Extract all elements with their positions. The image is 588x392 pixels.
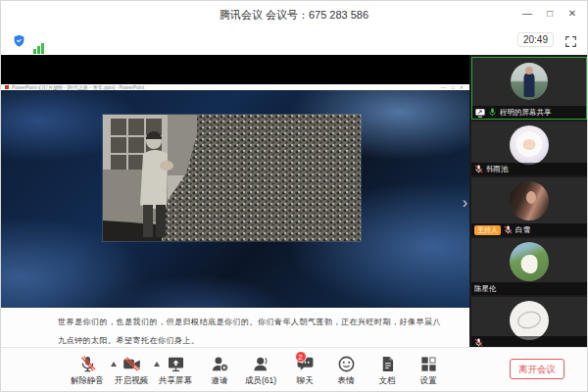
sidebar-expand-chevron-icon[interactable]: › bbox=[463, 195, 467, 211]
chat-icon: 2 bbox=[296, 354, 315, 373]
close-icon[interactable]: ✕ bbox=[565, 8, 579, 19]
chat-unread-badge: 2 bbox=[295, 351, 307, 363]
members-label: 成员(61) bbox=[245, 375, 276, 387]
participant-tile[interactable]: 韩雨池 bbox=[471, 122, 587, 175]
mic-on-icon bbox=[488, 108, 497, 117]
invite-icon bbox=[211, 354, 229, 373]
slide-quote-line2: 九点钟的太阳。希望寄托在你们身上。 bbox=[58, 335, 456, 346]
participant-label: 主持人 白雪 bbox=[471, 223, 587, 236]
powerpoint-icon bbox=[5, 85, 9, 89]
participant-label: 韩雨池 bbox=[471, 163, 587, 175]
document-icon bbox=[378, 354, 397, 373]
emoji-label: 表情 bbox=[338, 375, 355, 387]
meeting-time: 20:49 bbox=[517, 32, 554, 47]
share-screen-button[interactable]: 共享屏幕 bbox=[151, 354, 200, 390]
emoji-icon bbox=[337, 354, 356, 373]
participant-name: 程明的屏幕共享 bbox=[500, 108, 552, 118]
avatar bbox=[510, 181, 549, 220]
members-icon bbox=[252, 354, 270, 373]
start-video-label: 开启视频 bbox=[115, 375, 148, 387]
maximize-icon[interactable]: □ bbox=[543, 8, 557, 19]
mic-muted-icon bbox=[474, 338, 483, 347]
leave-meeting-button[interactable]: 离开会议 bbox=[510, 359, 564, 379]
share-screen-label: 共享屏幕 bbox=[159, 375, 192, 387]
meeting-toolbar: 解除静音 开启视频 共享屏幕 邀请 成员(61) bbox=[1, 347, 587, 391]
unmute-button[interactable]: 解除静音 bbox=[63, 354, 112, 390]
invite-label: 邀请 bbox=[212, 375, 228, 387]
network-signal-icon[interactable] bbox=[33, 36, 49, 48]
participant-tile[interactable] bbox=[471, 297, 587, 349]
mic-muted-icon bbox=[78, 354, 97, 373]
slide-quote-line1: 世界是你们的，也是我们的，但是归根结底是你们的。你们青年人朝气蓬勃，正在兴旺时期… bbox=[58, 317, 456, 327]
window-titlebar: 腾讯会议 会议号：675 283 586 — □ ✕ bbox=[1, 1, 587, 28]
settings-icon bbox=[419, 354, 438, 373]
avatar bbox=[511, 63, 548, 100]
members-button[interactable]: 成员(61) bbox=[236, 354, 285, 390]
meeting-status-bar: 20:49 bbox=[1, 28, 587, 55]
docs-label: 文档 bbox=[379, 375, 396, 387]
presentation-slide bbox=[1, 90, 469, 308]
participant-label: 程明的屏幕共享 bbox=[472, 106, 586, 119]
minimize-icon[interactable]: — bbox=[520, 8, 534, 19]
mic-muted-icon bbox=[504, 225, 513, 234]
participant-tile[interactable]: 陈星伦 bbox=[471, 238, 587, 295]
participant-tile-host[interactable]: 主持人 白雪 bbox=[471, 177, 587, 236]
participant-label: 陈星伦 bbox=[471, 282, 587, 295]
participant-name: 韩雨池 bbox=[486, 165, 509, 174]
chat-label: 聊天 bbox=[297, 375, 314, 387]
avatar bbox=[510, 125, 549, 165]
window-title: 腾讯会议 会议号：675 283 586 bbox=[1, 8, 587, 23]
avatar bbox=[510, 242, 549, 281]
security-shield-icon[interactable] bbox=[13, 33, 25, 52]
screen-share-icon bbox=[475, 108, 485, 118]
unmute-label: 解除静音 bbox=[71, 375, 104, 387]
participant-name: 白雪 bbox=[515, 225, 530, 235]
fullscreen-icon[interactable] bbox=[564, 34, 577, 52]
settings-button[interactable]: 设置 bbox=[404, 354, 453, 390]
participants-sidebar: 程明的屏幕共享 韩雨池 主持人 白雪 陈星伦 bbox=[469, 55, 588, 349]
window-controls: — □ ✕ bbox=[520, 8, 579, 19]
camera-muted-icon bbox=[122, 354, 141, 373]
avatar bbox=[510, 301, 549, 340]
shared-screen-area: PowerPoint 幻灯片放映 - [时代之路－青年.pptx] - Powe… bbox=[1, 55, 469, 349]
host-badge: 主持人 bbox=[474, 225, 501, 235]
settings-label: 设置 bbox=[420, 375, 437, 387]
participant-tile-sharing[interactable]: 程明的屏幕共享 bbox=[471, 57, 587, 120]
tencent-meeting-window: 腾讯会议 会议号：675 283 586 — □ ✕ 20:49 PowerPo… bbox=[0, 0, 588, 392]
participant-name: 陈星伦 bbox=[474, 284, 497, 294]
start-video-button[interactable]: 开启视频 bbox=[107, 354, 156, 390]
share-screen-icon bbox=[167, 354, 185, 373]
historical-photo bbox=[103, 115, 361, 241]
mic-muted-icon bbox=[474, 165, 483, 173]
